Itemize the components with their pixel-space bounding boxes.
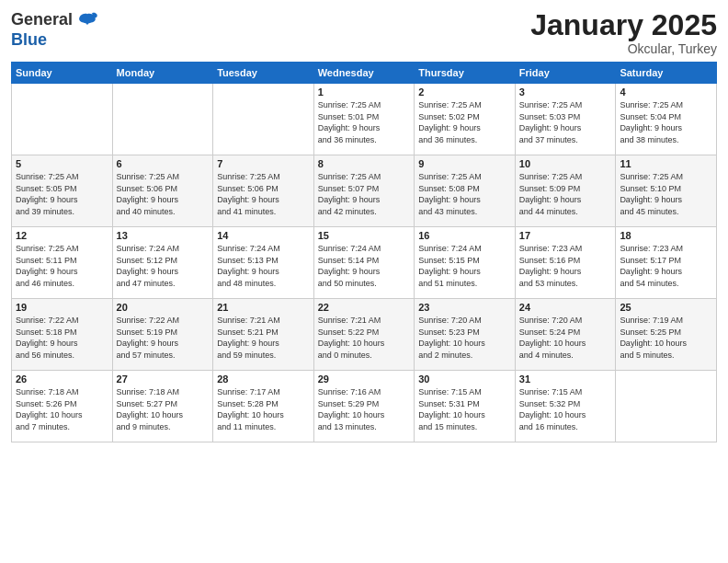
weekday-header-row: Sunday Monday Tuesday Wednesday Thursday…: [12, 63, 717, 84]
day-info-2-1: Sunrise: 7:24 AM Sunset: 5:12 PM Dayligh…: [117, 243, 210, 289]
logo-general-text: General: [11, 11, 73, 29]
day-number-0-6: 4: [620, 86, 712, 98]
day-number-1-5: 10: [519, 158, 612, 169]
cell-0-5: 3Sunrise: 7:25 AM Sunset: 5:03 PM Daylig…: [515, 84, 616, 155]
cell-3-1: 20Sunrise: 7:22 AM Sunset: 5:19 PM Dayli…: [112, 299, 213, 371]
day-info-1-4: Sunrise: 7:25 AM Sunset: 5:08 PM Dayligh…: [418, 171, 511, 217]
day-info-2-4: Sunrise: 7:24 AM Sunset: 5:15 PM Dayligh…: [418, 243, 511, 289]
day-number-2-4: 16: [418, 230, 511, 241]
day-info-1-3: Sunrise: 7:25 AM Sunset: 5:07 PM Dayligh…: [318, 171, 411, 217]
cell-0-6: 4Sunrise: 7:25 AM Sunset: 5:04 PM Daylig…: [616, 84, 717, 155]
day-number-1-1: 6: [117, 158, 210, 169]
day-number-2-3: 15: [318, 230, 411, 241]
day-info-2-2: Sunrise: 7:24 AM Sunset: 5:13 PM Dayligh…: [217, 243, 310, 289]
cell-2-4: 16Sunrise: 7:24 AM Sunset: 5:15 PM Dayli…: [415, 227, 516, 299]
header-saturday: Saturday: [616, 63, 717, 84]
day-info-3-6: Sunrise: 7:19 AM Sunset: 5:25 PM Dayligh…: [620, 315, 712, 361]
cell-0-3: 1Sunrise: 7:25 AM Sunset: 5:01 PM Daylig…: [313, 84, 415, 155]
day-number-2-0: 12: [16, 230, 108, 241]
cell-3-6: 25Sunrise: 7:19 AM Sunset: 5:25 PM Dayli…: [616, 299, 717, 371]
cell-1-6: 11Sunrise: 7:25 AM Sunset: 5:10 PM Dayli…: [616, 155, 717, 227]
logo-blue-text: Blue: [11, 31, 98, 50]
day-number-4-0: 26: [16, 373, 108, 385]
cell-0-1: [112, 84, 213, 155]
cell-0-2: [213, 84, 314, 155]
month-title: January 2025: [530, 9, 717, 41]
day-info-1-0: Sunrise: 7:25 AM Sunset: 5:05 PM Dayligh…: [16, 171, 108, 217]
logo: General Blue: [11, 9, 98, 50]
cell-1-4: 9Sunrise: 7:25 AM Sunset: 5:08 PM Daylig…: [415, 155, 516, 227]
day-number-4-3: 29: [318, 373, 411, 385]
calendar-table: Sunday Monday Tuesday Wednesday Thursday…: [11, 62, 717, 442]
day-number-1-3: 8: [318, 158, 411, 169]
cell-4-5: 31Sunrise: 7:15 AM Sunset: 5:32 PM Dayli…: [515, 371, 616, 442]
cell-3-4: 23Sunrise: 7:20 AM Sunset: 5:23 PM Dayli…: [415, 299, 516, 371]
day-info-0-3: Sunrise: 7:25 AM Sunset: 5:01 PM Dayligh…: [318, 99, 411, 145]
day-number-2-6: 18: [620, 230, 712, 241]
week-row-0: 1Sunrise: 7:25 AM Sunset: 5:01 PM Daylig…: [12, 84, 717, 155]
cell-1-1: 6Sunrise: 7:25 AM Sunset: 5:06 PM Daylig…: [112, 155, 213, 227]
day-number-3-6: 25: [620, 302, 712, 313]
day-info-4-5: Sunrise: 7:15 AM Sunset: 5:32 PM Dayligh…: [519, 386, 612, 432]
day-info-4-4: Sunrise: 7:15 AM Sunset: 5:31 PM Dayligh…: [418, 386, 511, 432]
title-block: January 2025 Okcular, Turkey: [530, 9, 717, 56]
cell-4-1: 27Sunrise: 7:18 AM Sunset: 5:27 PM Dayli…: [112, 371, 213, 442]
cell-2-6: 18Sunrise: 7:23 AM Sunset: 5:17 PM Dayli…: [616, 227, 717, 299]
day-number-3-2: 21: [217, 302, 310, 313]
week-row-2: 12Sunrise: 7:25 AM Sunset: 5:11 PM Dayli…: [12, 227, 717, 299]
header-tuesday: Tuesday: [213, 63, 314, 84]
day-number-2-1: 13: [117, 230, 210, 241]
day-info-0-4: Sunrise: 7:25 AM Sunset: 5:02 PM Dayligh…: [418, 99, 511, 145]
day-info-4-1: Sunrise: 7:18 AM Sunset: 5:27 PM Dayligh…: [117, 386, 210, 432]
day-number-4-2: 28: [217, 373, 310, 385]
logo-bird-icon: [76, 9, 98, 31]
cell-1-0: 5Sunrise: 7:25 AM Sunset: 5:05 PM Daylig…: [12, 155, 113, 227]
day-number-3-4: 23: [418, 302, 511, 313]
cell-4-3: 29Sunrise: 7:16 AM Sunset: 5:29 PM Dayli…: [313, 371, 415, 442]
day-info-2-3: Sunrise: 7:24 AM Sunset: 5:14 PM Dayligh…: [318, 243, 411, 289]
week-row-4: 26Sunrise: 7:18 AM Sunset: 5:26 PM Dayli…: [12, 371, 717, 442]
cell-2-2: 14Sunrise: 7:24 AM Sunset: 5:13 PM Dayli…: [213, 227, 314, 299]
day-number-1-4: 9: [418, 158, 511, 169]
day-number-2-5: 17: [519, 230, 612, 241]
cell-1-2: 7Sunrise: 7:25 AM Sunset: 5:06 PM Daylig…: [213, 155, 314, 227]
cell-4-4: 30Sunrise: 7:15 AM Sunset: 5:31 PM Dayli…: [415, 371, 516, 442]
day-info-2-5: Sunrise: 7:23 AM Sunset: 5:16 PM Dayligh…: [519, 243, 612, 289]
day-info-4-2: Sunrise: 7:17 AM Sunset: 5:28 PM Dayligh…: [217, 386, 310, 432]
cell-2-1: 13Sunrise: 7:24 AM Sunset: 5:12 PM Dayli…: [112, 227, 213, 299]
header-sunday: Sunday: [12, 63, 113, 84]
day-info-3-2: Sunrise: 7:21 AM Sunset: 5:21 PM Dayligh…: [217, 315, 310, 361]
day-number-3-3: 22: [318, 302, 411, 313]
day-number-4-4: 30: [418, 373, 511, 385]
day-info-3-5: Sunrise: 7:20 AM Sunset: 5:24 PM Dayligh…: [519, 315, 612, 361]
day-number-0-4: 2: [418, 86, 511, 98]
header: General Blue January 2025 Okcular, Turke…: [11, 9, 717, 56]
day-info-1-2: Sunrise: 7:25 AM Sunset: 5:06 PM Dayligh…: [217, 171, 310, 217]
cell-4-6: [616, 371, 717, 442]
cell-3-2: 21Sunrise: 7:21 AM Sunset: 5:21 PM Dayli…: [213, 299, 314, 371]
day-info-3-3: Sunrise: 7:21 AM Sunset: 5:22 PM Dayligh…: [318, 315, 411, 361]
week-row-3: 19Sunrise: 7:22 AM Sunset: 5:18 PM Dayli…: [12, 299, 717, 371]
cell-3-5: 24Sunrise: 7:20 AM Sunset: 5:24 PM Dayli…: [515, 299, 616, 371]
header-wednesday: Wednesday: [313, 63, 415, 84]
day-info-2-0: Sunrise: 7:25 AM Sunset: 5:11 PM Dayligh…: [16, 243, 108, 289]
cell-3-3: 22Sunrise: 7:21 AM Sunset: 5:22 PM Dayli…: [313, 299, 415, 371]
cell-4-0: 26Sunrise: 7:18 AM Sunset: 5:26 PM Dayli…: [12, 371, 113, 442]
day-info-1-1: Sunrise: 7:25 AM Sunset: 5:06 PM Dayligh…: [117, 171, 210, 217]
day-number-1-6: 11: [620, 158, 712, 169]
week-row-1: 5Sunrise: 7:25 AM Sunset: 5:05 PM Daylig…: [12, 155, 717, 227]
day-number-0-3: 1: [318, 86, 411, 98]
day-number-3-5: 24: [519, 302, 612, 313]
day-info-0-6: Sunrise: 7:25 AM Sunset: 5:04 PM Dayligh…: [620, 99, 712, 145]
location: Okcular, Turkey: [530, 41, 717, 56]
day-number-1-0: 5: [16, 158, 108, 169]
day-number-3-1: 20: [117, 302, 210, 313]
day-info-3-1: Sunrise: 7:22 AM Sunset: 5:19 PM Dayligh…: [117, 315, 210, 361]
day-info-1-5: Sunrise: 7:25 AM Sunset: 5:09 PM Dayligh…: [519, 171, 612, 217]
cell-2-5: 17Sunrise: 7:23 AM Sunset: 5:16 PM Dayli…: [515, 227, 616, 299]
day-number-2-2: 14: [217, 230, 310, 241]
cell-2-3: 15Sunrise: 7:24 AM Sunset: 5:14 PM Dayli…: [313, 227, 415, 299]
day-info-3-0: Sunrise: 7:22 AM Sunset: 5:18 PM Dayligh…: [16, 315, 108, 361]
day-number-0-5: 3: [519, 86, 612, 98]
page: General Blue January 2025 Okcular, Turke…: [0, 0, 728, 563]
